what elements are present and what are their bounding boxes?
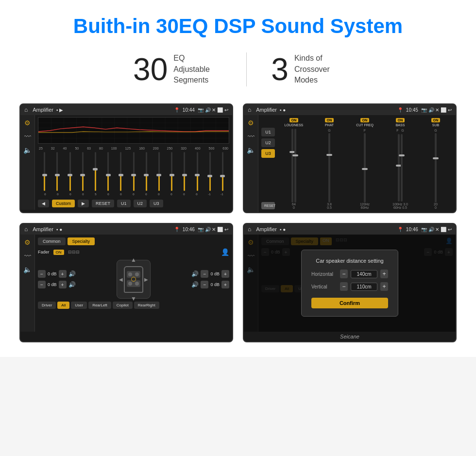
phat-slider[interactable]	[328, 133, 330, 203]
screen-distance-topbar: ⌂ Amplifier ▪ ● 📍 10:46 📷 🔊 ✕ ⬜ ↩	[244, 224, 456, 235]
reset-btn[interactable]: RESET	[261, 202, 275, 209]
horizontal-plus-btn[interactable]: +	[380, 270, 388, 278]
eq-slider-5[interactable]	[102, 152, 114, 191]
speaker-icon-right-1: 🔊	[191, 270, 199, 277]
u1-btn[interactable]: U1	[261, 128, 275, 136]
freq-125: 125	[125, 147, 131, 150]
confirm-button[interactable]: Confirm	[311, 298, 388, 308]
band-cutfreq: ON CUT FREQ F 120Hz60Hz	[348, 118, 382, 209]
left-db-minus-1[interactable]: −	[38, 270, 46, 278]
rear-right-btn[interactable]: RearRight	[134, 302, 159, 309]
copilot-btn[interactable]: Copilot	[113, 302, 133, 309]
crossover-sidebar-icon-vol[interactable]: 🔈	[247, 146, 255, 154]
eq-slider-14[interactable]	[217, 152, 228, 191]
copilot-seat	[135, 272, 139, 276]
common-tab[interactable]: Common	[38, 237, 66, 245]
bass-fg: F G	[396, 129, 404, 132]
sub-on: ON	[431, 118, 441, 122]
arrow-right: ▶	[144, 277, 148, 282]
car-body: ◀ ▶	[124, 266, 143, 293]
eq-slider-2[interactable]	[64, 152, 75, 191]
eq-slider-6[interactable]	[115, 152, 126, 191]
speaker-icon-left-2: 🔊	[68, 281, 76, 288]
topbar-icons-4: ▪ ●	[280, 227, 286, 232]
speaker-icon-left-1: 🔊	[68, 270, 76, 277]
speaker-icon-right-2: 🔊	[191, 281, 199, 288]
right-db-row-2: 🔊 − 0 dB +	[191, 281, 229, 288]
right-db-minus-1[interactable]: −	[201, 270, 208, 278]
specialty-tab[interactable]: Specialty	[68, 237, 95, 245]
bass-slider-2[interactable]	[401, 134, 403, 202]
watermark: Seicane	[244, 334, 456, 341]
right-db-val-1: 0 dB	[210, 271, 220, 276]
rear-left-btn[interactable]: RearLeft	[88, 302, 111, 309]
screen-specialty-title: Amplifier	[33, 226, 53, 232]
vertical-plus-btn[interactable]: +	[380, 282, 388, 291]
freq-320: 320	[181, 147, 187, 150]
eq-slider-10[interactable]	[166, 152, 177, 191]
location-icon-2: 📍	[397, 107, 403, 113]
eq-slider-1[interactable]	[51, 152, 63, 191]
right-db-plus-1[interactable]: +	[221, 270, 229, 278]
screen-crossover-topbar: ⌂ Amplifier ▪ ● 📍 10:45 📷 🔊 ✕ ⬜ ↩	[244, 104, 456, 115]
eq-slider-7[interactable]	[128, 152, 139, 191]
eq-u1-btn[interactable]: U1	[117, 200, 131, 207]
left-db-plus-1[interactable]: +	[59, 270, 67, 278]
freq-200: 200	[153, 147, 159, 150]
loudness-sliders	[291, 129, 296, 203]
left-db-plus-2[interactable]: +	[59, 281, 67, 288]
eq-slider-8[interactable]	[141, 152, 152, 191]
freq-500: 500	[209, 147, 215, 150]
right-db-minus-2[interactable]: −	[201, 281, 208, 288]
eq-slider-11[interactable]	[179, 152, 190, 191]
eq-sliders	[38, 152, 229, 191]
specialty-sidebar-icon-eq[interactable]: ⚙	[24, 238, 31, 246]
eq-u3-btn[interactable]: U3	[150, 200, 163, 207]
eq-slider-12[interactable]	[191, 152, 203, 191]
screen-distance-icons: 📷 🔊 ✕ ⬜ ↩	[421, 227, 452, 232]
crossover-main: U1 U2 U3 RESET ON LOUDNESS	[258, 115, 456, 212]
eq-reset-btn[interactable]: RESET	[92, 200, 114, 207]
sub-values: 200	[434, 203, 438, 209]
eq-content: 25 32 40 50 63 80 100 125 160 200 250 32…	[35, 115, 232, 210]
eq-slider-3[interactable]	[77, 152, 88, 191]
vertical-minus-btn[interactable]: −	[340, 282, 348, 291]
driver-btn[interactable]: Driver	[38, 302, 56, 309]
specialty-sidebar-icon-wave[interactable]: 〰	[24, 252, 31, 260]
eq-play-btn[interactable]: ▶	[78, 200, 89, 207]
u3-btn[interactable]: U3	[261, 149, 275, 158]
cutfreq-slider[interactable]	[364, 133, 366, 203]
eq-slider-0[interactable]	[39, 152, 50, 191]
eq-slider-4[interactable]	[90, 152, 101, 191]
eq-sidebar-icon-vol[interactable]: 🔈	[23, 146, 32, 154]
loudness-slider-2[interactable]	[294, 129, 296, 203]
right-db-val-2: 0 dB	[210, 282, 220, 287]
sub-g: G	[434, 129, 437, 132]
loudness-slider-1[interactable]	[291, 129, 293, 203]
eq-slider-9[interactable]	[153, 152, 165, 191]
eq-slider-13[interactable]	[204, 152, 216, 191]
left-db-minus-2[interactable]: −	[38, 281, 46, 288]
eq-sidebar-icon-eq[interactable]: ⚙	[24, 119, 31, 127]
eq-custom-btn[interactable]: Custom	[52, 200, 75, 207]
specialty-sidebar-icon-vol[interactable]: 🔈	[23, 266, 32, 273]
horizontal-minus-btn[interactable]: −	[340, 270, 348, 278]
crossover-sidebar-icon-wave[interactable]: 〰	[248, 133, 255, 140]
stat-eq-desc: EQ AdjustableSegments	[173, 53, 222, 85]
crossover-sidebar-icon-eq[interactable]: ⚙	[248, 119, 254, 127]
eq-sidebar-icon-wave[interactable]: 〰	[24, 133, 31, 140]
arrow-up: ▲	[131, 256, 136, 263]
all-btn[interactable]: All	[57, 302, 69, 309]
screen-eq-time: 10:44	[183, 107, 195, 113]
bass-slider-1[interactable]	[398, 134, 400, 202]
right-db-plus-2[interactable]: +	[221, 281, 229, 288]
user-btn[interactable]: User	[71, 302, 87, 309]
vertical-value: 110cm	[351, 283, 377, 291]
eq-prev-btn[interactable]: ◀	[38, 200, 49, 207]
u2-btn[interactable]: U2	[261, 138, 275, 147]
eq-u2-btn[interactable]: U2	[134, 200, 147, 207]
band-phat: ON PHAT G 3.80.5	[312, 118, 346, 209]
crossover-layout: ⚙ 〰 🔈 U1 U2 U3 RESET	[244, 115, 456, 212]
home-icon-4: ⌂	[248, 226, 251, 233]
sub-slider[interactable]	[435, 133, 437, 203]
